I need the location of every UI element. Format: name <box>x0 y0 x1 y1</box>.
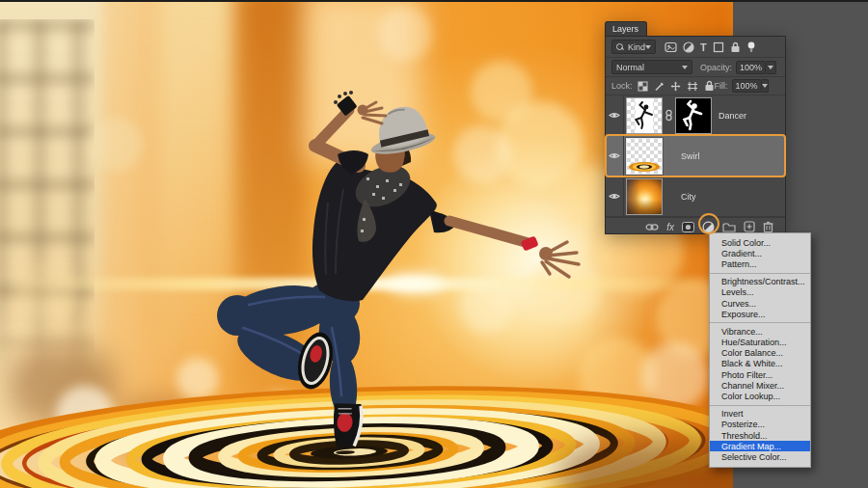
menu-item-invert[interactable]: Invert <box>710 409 810 420</box>
menu-item-color-lookup[interactable]: Color Lookup... <box>710 391 810 401</box>
new-adjustment-layer-button[interactable] <box>702 221 715 233</box>
lock-artboard-icon[interactable] <box>687 81 698 92</box>
layer-thumbnail[interactable] <box>627 98 662 133</box>
menu-item-exposure[interactable]: Exposure... <box>710 309 810 319</box>
opacity-value: 100% <box>740 63 762 72</box>
menu-item-channel-mixer[interactable]: Channel Mixer... <box>710 380 810 391</box>
dancer-mask-mini <box>676 98 711 133</box>
visibility-toggle[interactable] <box>606 136 624 176</box>
menu-item-black-white[interactable]: Black & White... <box>710 359 810 369</box>
chevron-down-icon <box>682 66 688 69</box>
menu-divider <box>710 405 810 406</box>
visibility-toggle[interactable] <box>606 95 624 135</box>
menu-item-color-balance[interactable]: Color Balance... <box>710 348 810 359</box>
window-top-edge <box>0 0 868 2</box>
fill-label: Fill: <box>715 81 728 91</box>
layer-row-swirl[interactable]: Swirl <box>606 136 785 176</box>
layers-panel: Layers Kind T <box>605 21 786 234</box>
tab-layers[interactable]: Layers <box>605 21 647 36</box>
filter-kind-label: Kind <box>628 42 645 52</box>
lock-transparent-pixels-icon[interactable] <box>637 81 648 92</box>
filter-kind-select[interactable]: Kind <box>611 40 656 54</box>
chevron-down-icon <box>762 84 768 88</box>
layers-tab-label: Layers <box>612 24 638 34</box>
filter-pixel-layers-icon[interactable] <box>665 41 677 53</box>
swirl-mini <box>627 139 662 174</box>
menu-item-gradient[interactable]: Gradient... <box>710 248 810 258</box>
lock-image-pixels-icon[interactable] <box>654 81 665 92</box>
menu-item-posterize[interactable]: Posterize... <box>710 420 810 430</box>
blend-mode-select[interactable]: Normal <box>611 60 692 74</box>
filter-adjustment-layers-icon[interactable] <box>683 41 694 53</box>
menu-item-gradient-map[interactable]: Gradient Map... <box>710 441 810 451</box>
menu-item-brightness-contrast[interactable]: Brightness/Contrast... <box>710 277 810 287</box>
layer-thumbnail[interactable] <box>627 179 662 214</box>
layer-style-button[interactable]: fx <box>666 222 674 232</box>
add-layer-mask-button[interactable] <box>682 222 694 232</box>
chevron-down-icon <box>768 66 773 69</box>
eye-icon <box>609 192 620 201</box>
menu-divider <box>710 322 810 323</box>
mask-link-icon[interactable] <box>663 109 674 122</box>
fill-value-field[interactable]: 100% <box>732 79 762 93</box>
filter-smart-objects-icon[interactable] <box>730 41 741 53</box>
search-icon <box>616 43 624 51</box>
new-layer-button[interactable] <box>744 221 755 232</box>
menu-item-vibrance[interactable]: Vibrance... <box>710 326 810 337</box>
delete-layer-button[interactable] <box>763 221 773 232</box>
layers-list: Dancer Swirl <box>606 95 785 217</box>
opacity-label: Opacity: <box>700 63 732 72</box>
layer-name: Dancer <box>719 111 746 121</box>
menu-item-levels[interactable]: Levels... <box>710 287 810 298</box>
layer-name: Swirl <box>681 151 700 161</box>
opacity-dropdown-button[interactable] <box>766 61 776 74</box>
lock-position-icon[interactable] <box>670 81 681 92</box>
lock-all-icon[interactable] <box>704 80 715 92</box>
menu-divider <box>710 273 810 274</box>
link-layers-button[interactable] <box>645 223 659 231</box>
layer-thumbnail[interactable] <box>627 139 662 174</box>
filter-shape-layers-icon[interactable] <box>713 41 724 53</box>
fill-dropdown-button[interactable] <box>762 79 769 93</box>
menu-item-selective-color[interactable]: Selective Color... <box>710 451 810 462</box>
menu-item-threshold[interactable]: Threshold... <box>710 430 810 441</box>
new-group-button[interactable] <box>722 222 736 232</box>
filtering-toggle-icon[interactable] <box>746 41 756 53</box>
menu-item-hue-saturation[interactable]: Hue/Saturation... <box>710 338 810 348</box>
opacity-value-field[interactable]: 100% <box>736 61 766 74</box>
chevron-down-icon <box>645 45 651 49</box>
filter-type-layers-icon[interactable]: T <box>700 41 707 53</box>
layer-row-city[interactable]: City <box>606 176 785 217</box>
eye-icon <box>609 111 620 120</box>
lock-label: Lock: <box>611 81 633 91</box>
menu-item-curves[interactable]: Curves... <box>710 298 810 309</box>
layer-row-dancer[interactable]: Dancer <box>606 95 785 136</box>
menu-item-pattern[interactable]: Pattern... <box>710 258 810 269</box>
blend-mode-value: Normal <box>616 63 644 72</box>
eye-icon <box>609 151 620 160</box>
new-adjustment-layer-menu: Solid Color... Gradient... Pattern... Br… <box>709 232 811 468</box>
fill-value: 100% <box>736 81 758 91</box>
menu-item-photo-filter[interactable]: Photo Filter... <box>710 369 810 380</box>
dancer-mini <box>627 98 662 133</box>
layer-mask-thumbnail[interactable] <box>676 98 711 133</box>
menu-item-solid-color[interactable]: Solid Color... <box>710 237 810 248</box>
layer-name: City <box>681 192 696 202</box>
visibility-toggle[interactable] <box>606 176 624 216</box>
